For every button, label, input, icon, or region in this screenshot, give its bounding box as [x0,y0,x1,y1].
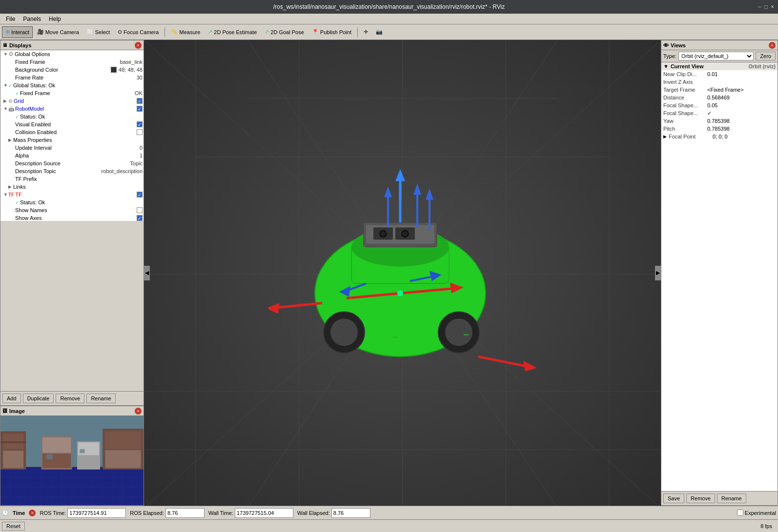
minimize-btn[interactable]: − [758,3,761,10]
list-item[interactable]: ▶ Links [0,183,143,191]
robotmodel-checkbox[interactable] [137,106,143,112]
select-button[interactable]: ⬜ Select [83,26,114,38]
menu-file[interactable]: File [2,15,19,23]
time-close-button[interactable]: × [29,510,36,516]
list-item[interactable]: Fixed Frame base_link [0,58,143,66]
list-item[interactable]: Frame Rate 30 [0,74,143,81]
list-item[interactable]: ▶ Focal Point 0; 0; 0 [661,133,778,140]
experimental-checkbox[interactable] [737,510,743,516]
gear-icon: ⚙ [8,51,14,58]
list-item[interactable]: Yaw 0.785398 [661,117,778,125]
maximize-btn[interactable]: □ [764,3,768,10]
list-item[interactable]: Focal Shape... ✓ [661,109,778,117]
list-item[interactable]: Update Interval 0 [0,144,143,152]
list-item[interactable]: ▶ Mass Properties [0,136,143,144]
svg-point-43 [445,318,472,346]
menu-help[interactable]: Help [45,15,65,23]
show-axes-checkbox[interactable] [137,215,143,221]
ros-time-input[interactable] [67,508,126,518]
views-rename-button[interactable]: Rename [717,493,746,503]
interact-button[interactable]: ⊕ Interact [2,26,33,38]
menu-panels[interactable]: Panels [19,15,45,23]
views-save-button[interactable]: Save [663,493,684,503]
fps-display: 8 fps [760,523,776,529]
list-item[interactable]: Show Names [0,206,143,214]
visual-enabled-checkbox[interactable] [137,121,143,127]
grid-checkbox[interactable] [137,98,143,104]
remove-display-button[interactable]: Remove [56,394,84,403]
monitor-icon: 🖥 [2,42,7,48]
expand-arrow-icon: ▼ [663,63,669,69]
add-display-button[interactable]: Add [2,394,21,403]
list-item[interactable]: Visual Enabled [0,120,143,128]
svg-rect-13 [105,431,141,449]
list-item[interactable]: Distance 0.568469 [661,94,778,101]
list-item[interactable]: Focal Shape... 0.05 [661,101,778,109]
time-icon: 🕐 [2,510,9,516]
duplicate-display-button[interactable]: Duplicate [23,394,54,403]
add-point-icon: ✛ [364,29,368,35]
show-names-checkbox[interactable] [137,207,143,213]
views-zero-button[interactable]: Zero [756,52,776,60]
ros-time-label: ROS Time: [40,510,66,516]
list-item[interactable]: Background Color 48; 48; 48 [0,66,143,74]
ros-elapsed-input[interactable] [165,508,205,518]
robot-svg [268,152,537,371]
experimental-group: Experimental [737,510,776,516]
list-item[interactable]: TF Prefix [0,175,143,183]
svg-marker-58 [426,188,433,199]
viewport-collapse-left-button[interactable]: ◀ [144,266,150,280]
window-controls[interactable]: − □ × [758,3,774,10]
views-close-button[interactable]: × [769,42,776,49]
list-item[interactable]: Target Frame <Fixed Frame> [661,86,778,94]
publish-point-button[interactable]: 📍 Publish Point [308,26,355,38]
reset-button[interactable]: Reset [2,522,25,531]
collision-enabled-checkbox[interactable] [137,129,143,135]
svg-rect-18 [80,449,84,453]
list-item[interactable]: Alpha 1 [0,152,143,159]
list-item[interactable]: ▼ 🤖 RobotModel [0,105,143,113]
image-close-button[interactable]: × [135,408,142,414]
displays-close-button[interactable]: × [135,42,142,49]
list-item[interactable]: ✓ Status: Ok [0,198,143,206]
list-item[interactable]: Near Clip Di... 0.01 [661,70,778,78]
list-item[interactable]: Collision Enabled [0,128,143,136]
list-item[interactable]: Description Source Topic [0,159,143,167]
wall-elapsed-input[interactable] [331,508,370,518]
tf-checkbox[interactable] [137,192,143,197]
add-point-button[interactable]: ✛ [360,26,371,38]
wall-time-input[interactable] [235,508,293,518]
list-item[interactable]: ▼ TF TF [0,191,143,198]
2d-goal-pose-button[interactable]: ↗ 2D Goal Pose [261,26,307,38]
list-item[interactable]: ▶ ⚙ Grid [0,97,143,105]
list-item[interactable]: Show Axes [0,214,143,221]
3d-viewport[interactable]: ◀ ▶ [144,40,661,506]
focus-camera-button[interactable]: ⊙ Focus Camera [114,26,162,38]
svg-marker-66 [268,303,279,314]
close-btn[interactable]: × [771,3,774,10]
2d-goal-pose-label: 2D Goal Pose [270,29,304,35]
list-item[interactable]: ✓ Status: Ok [0,113,143,120]
2d-pose-estimate-button[interactable]: ↗ 2D Pose Estimate [205,26,260,38]
measure-label: Measure [179,29,200,35]
list-item[interactable]: ▼ Current View Orbit (rviz) [661,62,778,70]
rename-display-button[interactable]: Rename [86,394,116,403]
views-remove-button[interactable]: Remove [686,493,715,503]
viewport-collapse-right-button[interactable]: ▶ [655,266,661,280]
list-item[interactable]: ✓ Fixed Frame OK [0,89,143,97]
main-content: 🖥 Displays × ▼ ⚙ Global Options Fixed Fr… [0,40,778,506]
list-item[interactable]: Description Topic robot_description [0,167,143,175]
svg-marker-53 [395,169,405,181]
move-camera-button[interactable]: 🎥 Move Camera [34,26,82,38]
camera-settings-button[interactable]: 📷 [372,26,386,38]
list-item[interactable]: ▼ ⚙ Global Options [0,50,143,58]
views-type-select[interactable]: Orbit (rviz_default_) [678,52,754,60]
focus-camera-icon: ⊙ [118,29,122,35]
robot-icon: 🤖 [8,106,14,112]
measure-button[interactable]: 📏 Measure [167,26,204,38]
toolbar-sep-1 [164,27,165,37]
list-item[interactable]: Invert Z Axis [661,78,778,86]
list-item[interactable]: ▼ ✓ Global Status: Ok [0,81,143,89]
list-item[interactable]: Pitch 0.785398 [661,125,778,133]
2d-goal-pose-icon: ↗ [265,29,269,35]
